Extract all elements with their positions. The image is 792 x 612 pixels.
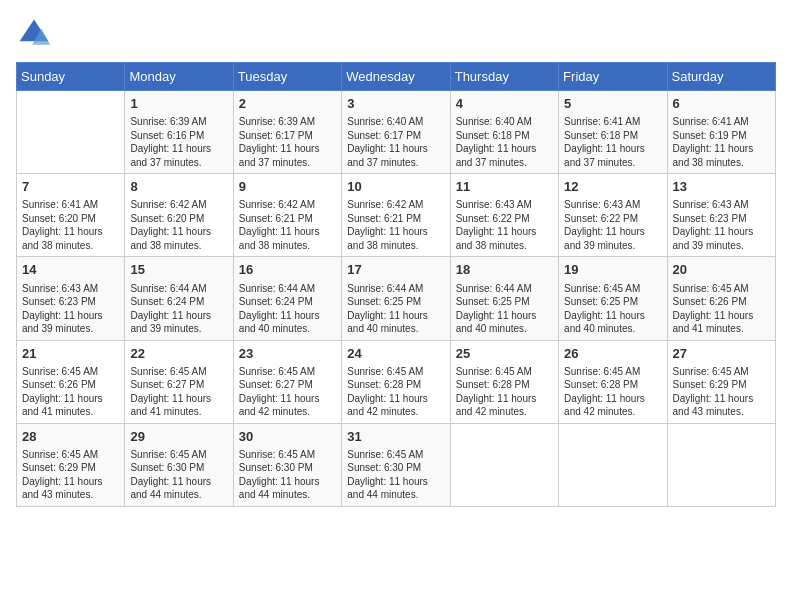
calendar-day-cell (450, 423, 558, 506)
calendar-day-cell: 30Sunrise: 6:45 AMSunset: 6:30 PMDayligh… (233, 423, 341, 506)
day-info: Sunrise: 6:39 AMSunset: 6:17 PMDaylight:… (239, 115, 336, 169)
calendar-day-cell: 8Sunrise: 6:42 AMSunset: 6:20 PMDaylight… (125, 174, 233, 257)
calendar-day-cell: 11Sunrise: 6:43 AMSunset: 6:22 PMDayligh… (450, 174, 558, 257)
day-info: Sunrise: 6:45 AMSunset: 6:30 PMDaylight:… (347, 448, 444, 502)
day-number: 4 (456, 95, 553, 113)
day-info: Sunrise: 6:39 AMSunset: 6:16 PMDaylight:… (130, 115, 227, 169)
day-number: 3 (347, 95, 444, 113)
day-number: 23 (239, 345, 336, 363)
calendar-day-cell: 26Sunrise: 6:45 AMSunset: 6:28 PMDayligh… (559, 340, 667, 423)
day-number: 18 (456, 261, 553, 279)
day-number: 15 (130, 261, 227, 279)
day-number: 10 (347, 178, 444, 196)
day-of-week-header: Wednesday (342, 63, 450, 91)
day-info: Sunrise: 6:44 AMSunset: 6:24 PMDaylight:… (239, 282, 336, 336)
calendar-week-row: 1Sunrise: 6:39 AMSunset: 6:16 PMDaylight… (17, 91, 776, 174)
calendar-day-cell (559, 423, 667, 506)
day-info: Sunrise: 6:42 AMSunset: 6:20 PMDaylight:… (130, 198, 227, 252)
calendar-day-cell: 6Sunrise: 6:41 AMSunset: 6:19 PMDaylight… (667, 91, 775, 174)
calendar-table: SundayMondayTuesdayWednesdayThursdayFrid… (16, 62, 776, 507)
calendar-day-cell: 5Sunrise: 6:41 AMSunset: 6:18 PMDaylight… (559, 91, 667, 174)
calendar-day-cell: 25Sunrise: 6:45 AMSunset: 6:28 PMDayligh… (450, 340, 558, 423)
calendar-day-cell: 10Sunrise: 6:42 AMSunset: 6:21 PMDayligh… (342, 174, 450, 257)
day-info: Sunrise: 6:43 AMSunset: 6:22 PMDaylight:… (564, 198, 661, 252)
day-info: Sunrise: 6:45 AMSunset: 6:29 PMDaylight:… (673, 365, 770, 419)
day-info: Sunrise: 6:45 AMSunset: 6:28 PMDaylight:… (347, 365, 444, 419)
calendar-day-cell: 20Sunrise: 6:45 AMSunset: 6:26 PMDayligh… (667, 257, 775, 340)
calendar-day-cell: 3Sunrise: 6:40 AMSunset: 6:17 PMDaylight… (342, 91, 450, 174)
day-of-week-header: Monday (125, 63, 233, 91)
day-number: 22 (130, 345, 227, 363)
day-number: 25 (456, 345, 553, 363)
calendar-day-cell: 7Sunrise: 6:41 AMSunset: 6:20 PMDaylight… (17, 174, 125, 257)
calendar-week-row: 7Sunrise: 6:41 AMSunset: 6:20 PMDaylight… (17, 174, 776, 257)
day-number: 27 (673, 345, 770, 363)
day-info: Sunrise: 6:41 AMSunset: 6:18 PMDaylight:… (564, 115, 661, 169)
day-of-week-header: Thursday (450, 63, 558, 91)
calendar-header-row: SundayMondayTuesdayWednesdayThursdayFrid… (17, 63, 776, 91)
day-number: 29 (130, 428, 227, 446)
day-info: Sunrise: 6:42 AMSunset: 6:21 PMDaylight:… (347, 198, 444, 252)
day-number: 26 (564, 345, 661, 363)
day-number: 1 (130, 95, 227, 113)
day-number: 19 (564, 261, 661, 279)
page-header (16, 16, 776, 52)
day-number: 11 (456, 178, 553, 196)
calendar-day-cell: 1Sunrise: 6:39 AMSunset: 6:16 PMDaylight… (125, 91, 233, 174)
calendar-day-cell: 13Sunrise: 6:43 AMSunset: 6:23 PMDayligh… (667, 174, 775, 257)
calendar-day-cell: 9Sunrise: 6:42 AMSunset: 6:21 PMDaylight… (233, 174, 341, 257)
day-info: Sunrise: 6:40 AMSunset: 6:17 PMDaylight:… (347, 115, 444, 169)
calendar-day-cell (667, 423, 775, 506)
calendar-day-cell: 23Sunrise: 6:45 AMSunset: 6:27 PMDayligh… (233, 340, 341, 423)
day-number: 12 (564, 178, 661, 196)
calendar-day-cell (17, 91, 125, 174)
calendar-day-cell: 27Sunrise: 6:45 AMSunset: 6:29 PMDayligh… (667, 340, 775, 423)
day-info: Sunrise: 6:45 AMSunset: 6:28 PMDaylight:… (564, 365, 661, 419)
day-number: 5 (564, 95, 661, 113)
day-number: 7 (22, 178, 119, 196)
calendar-day-cell: 29Sunrise: 6:45 AMSunset: 6:30 PMDayligh… (125, 423, 233, 506)
calendar-week-row: 14Sunrise: 6:43 AMSunset: 6:23 PMDayligh… (17, 257, 776, 340)
day-number: 13 (673, 178, 770, 196)
calendar-day-cell: 31Sunrise: 6:45 AMSunset: 6:30 PMDayligh… (342, 423, 450, 506)
day-info: Sunrise: 6:45 AMSunset: 6:27 PMDaylight:… (239, 365, 336, 419)
day-info: Sunrise: 6:43 AMSunset: 6:23 PMDaylight:… (673, 198, 770, 252)
day-number: 16 (239, 261, 336, 279)
day-number: 2 (239, 95, 336, 113)
calendar-week-row: 28Sunrise: 6:45 AMSunset: 6:29 PMDayligh… (17, 423, 776, 506)
day-info: Sunrise: 6:41 AMSunset: 6:20 PMDaylight:… (22, 198, 119, 252)
day-info: Sunrise: 6:45 AMSunset: 6:26 PMDaylight:… (673, 282, 770, 336)
day-number: 20 (673, 261, 770, 279)
day-info: Sunrise: 6:40 AMSunset: 6:18 PMDaylight:… (456, 115, 553, 169)
calendar-day-cell: 17Sunrise: 6:44 AMSunset: 6:25 PMDayligh… (342, 257, 450, 340)
calendar-day-cell: 15Sunrise: 6:44 AMSunset: 6:24 PMDayligh… (125, 257, 233, 340)
day-info: Sunrise: 6:45 AMSunset: 6:30 PMDaylight:… (130, 448, 227, 502)
day-number: 21 (22, 345, 119, 363)
day-of-week-header: Saturday (667, 63, 775, 91)
logo (16, 16, 56, 52)
day-info: Sunrise: 6:45 AMSunset: 6:29 PMDaylight:… (22, 448, 119, 502)
day-info: Sunrise: 6:41 AMSunset: 6:19 PMDaylight:… (673, 115, 770, 169)
calendar-day-cell: 2Sunrise: 6:39 AMSunset: 6:17 PMDaylight… (233, 91, 341, 174)
day-info: Sunrise: 6:44 AMSunset: 6:24 PMDaylight:… (130, 282, 227, 336)
calendar-day-cell: 21Sunrise: 6:45 AMSunset: 6:26 PMDayligh… (17, 340, 125, 423)
day-info: Sunrise: 6:45 AMSunset: 6:28 PMDaylight:… (456, 365, 553, 419)
calendar-day-cell: 12Sunrise: 6:43 AMSunset: 6:22 PMDayligh… (559, 174, 667, 257)
calendar-day-cell: 16Sunrise: 6:44 AMSunset: 6:24 PMDayligh… (233, 257, 341, 340)
day-number: 24 (347, 345, 444, 363)
calendar-day-cell: 4Sunrise: 6:40 AMSunset: 6:18 PMDaylight… (450, 91, 558, 174)
day-of-week-header: Tuesday (233, 63, 341, 91)
calendar-week-row: 21Sunrise: 6:45 AMSunset: 6:26 PMDayligh… (17, 340, 776, 423)
day-of-week-header: Sunday (17, 63, 125, 91)
day-number: 28 (22, 428, 119, 446)
day-info: Sunrise: 6:45 AMSunset: 6:30 PMDaylight:… (239, 448, 336, 502)
calendar-day-cell: 18Sunrise: 6:44 AMSunset: 6:25 PMDayligh… (450, 257, 558, 340)
day-number: 14 (22, 261, 119, 279)
day-info: Sunrise: 6:42 AMSunset: 6:21 PMDaylight:… (239, 198, 336, 252)
day-number: 31 (347, 428, 444, 446)
day-info: Sunrise: 6:44 AMSunset: 6:25 PMDaylight:… (347, 282, 444, 336)
calendar-day-cell: 19Sunrise: 6:45 AMSunset: 6:25 PMDayligh… (559, 257, 667, 340)
logo-icon (16, 16, 52, 52)
day-number: 30 (239, 428, 336, 446)
day-info: Sunrise: 6:43 AMSunset: 6:23 PMDaylight:… (22, 282, 119, 336)
